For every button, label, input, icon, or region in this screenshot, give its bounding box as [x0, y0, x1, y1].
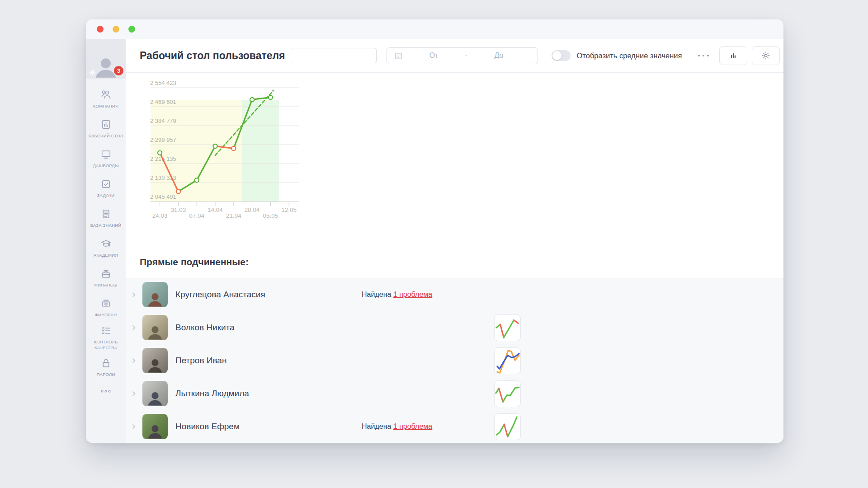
knowledge-base-icon [100, 208, 112, 220]
sidebar-item-1[interactable]: КОМПАНИЯ [86, 84, 126, 114]
svg-text:31.03: 31.03 [171, 206, 186, 213]
user-activity-chart: 2 045 4912 130 3132 215 1352 299 9572 38… [146, 77, 302, 224]
app-window: 3 КОМПАНИЯРАБОЧИЙ СТОЛДАШБОРДЫЗАДАЧИБАЗА… [86, 19, 783, 443]
show-averages-label: Отобразить средние значения [577, 52, 682, 60]
svg-text:2 469 601: 2 469 601 [150, 99, 176, 105]
sidebar-item-label: ДАШБОРДЫ [93, 163, 118, 169]
sidebar-item-4[interactable]: ЗАДАЧИ [86, 174, 126, 203]
sidebar-item-2[interactable]: РАБОЧИЙ СТОЛ [86, 114, 126, 144]
sidebar-item-label: ФИНПЛАН [95, 312, 117, 318]
page-title: Рабочий стол пользователя [140, 50, 285, 62]
sidebar-item-label: ЗАДАЧИ [97, 193, 115, 198]
sidebar-item-label: ФИНАНСЫ [94, 282, 118, 288]
zoom-button[interactable] [128, 26, 135, 33]
subordinate-name: Новиков Ефрем [175, 422, 362, 432]
sidebar-more-button[interactable] [86, 382, 126, 400]
problem-prefix: Найдена [362, 422, 391, 430]
problem-link[interactable]: 1 проблема [393, 422, 432, 430]
subordinates-heading: Прямые подчиненные: [140, 257, 783, 267]
svg-text:14.04: 14.04 [208, 206, 223, 213]
page-header: Рабочий стол пользователя От - До Отобра… [126, 39, 783, 73]
svg-text:2 554 423: 2 554 423 [150, 80, 176, 86]
subordinate-name: Волков Никита [175, 323, 362, 333]
desktop-stats-icon [100, 118, 112, 131]
subordinate-name: Круглецова Анастасия [175, 290, 362, 300]
window-titlebar [86, 19, 783, 39]
sidebar-nav: КОМПАНИЯРАБОЧИЙ СТОЛДАШБОРДЫЗАДАЧИБАЗА З… [86, 79, 126, 382]
subordinates-list: Круглецова АнастасияНайдена 1 проблемаВо… [126, 278, 783, 443]
avatar-settings-gear-icon[interactable] [89, 69, 96, 76]
settings-button[interactable] [752, 46, 780, 65]
subordinate-row[interactable]: Лыткина Людмила [126, 377, 783, 410]
svg-text:2 045 491: 2 045 491 [150, 193, 176, 200]
expand-chevron-icon[interactable] [130, 357, 137, 364]
user-avatar[interactable]: 3 [86, 39, 126, 79]
sidebar-item-label: КОМПАНИЯ [93, 103, 118, 109]
date-to-placeholder[interactable]: До [467, 52, 530, 60]
subordinate-name: Лыткина Людмила [175, 389, 362, 399]
sidebar-item-10[interactable]: ПАРОЛИ [86, 352, 126, 382]
sparkline-chart[interactable] [494, 413, 521, 440]
sidebar-item-label: АКАДЕМИЯ [94, 253, 118, 258]
more-dots-icon [100, 389, 112, 394]
subordinate-avatar [142, 381, 168, 406]
gear-icon [761, 51, 771, 61]
subordinate-row[interactable]: Волков Никита [126, 311, 783, 344]
subordinate-name: Петров Иван [175, 356, 362, 366]
date-from-placeholder[interactable]: От [403, 52, 465, 60]
svg-text:21.04: 21.04 [226, 212, 241, 219]
sidebar-item-label: РАБОЧИЙ СТОЛ [89, 133, 123, 139]
bar-chart-icon [728, 51, 738, 61]
search-input[interactable] [291, 48, 377, 63]
header-more-button[interactable] [696, 53, 711, 58]
close-button[interactable] [97, 26, 104, 33]
calendar-icon [394, 52, 403, 60]
date-range-picker[interactable]: От - До [387, 47, 538, 64]
svg-text:07.04: 07.04 [189, 212, 204, 219]
ellipsis-icon [696, 53, 711, 58]
notification-badge[interactable]: 3 [114, 66, 123, 75]
subordinate-avatar [142, 414, 168, 439]
passwords-icon [100, 357, 112, 369]
sidebar-item-3[interactable]: ДАШБОРДЫ [86, 144, 126, 174]
subordinate-row[interactable]: Новиков ЕфремНайдена 1 проблема [126, 410, 783, 443]
sidebar-item-8[interactable]: ФИНПЛАН [86, 293, 126, 323]
sidebar-item-label: ПАРОЛИ [97, 372, 115, 377]
subordinate-avatar [142, 315, 168, 340]
company-icon [100, 89, 112, 101]
sidebar-item-label: КОНТРОЛЬ КАЧЕСТВА [88, 339, 124, 351]
svg-text:28.04: 28.04 [245, 206, 260, 213]
sidebar-item-5[interactable]: БАЗА ЗНАНИЙ [86, 203, 126, 233]
problem-prefix: Найдена [362, 291, 391, 298]
problem-link[interactable]: 1 проблема [393, 291, 432, 298]
finplan-icon [100, 297, 112, 310]
svg-text:05.05: 05.05 [263, 212, 278, 219]
svg-text:12.05: 12.05 [281, 206, 297, 213]
svg-text:2 299 957: 2 299 957 [150, 136, 176, 143]
minimize-button[interactable] [113, 26, 119, 33]
subordinate-row[interactable]: Петров Иван [126, 344, 783, 377]
svg-text:24.03: 24.03 [152, 212, 168, 219]
sparkline-chart[interactable] [494, 314, 521, 341]
expand-chevron-icon[interactable] [130, 324, 137, 331]
expand-chevron-icon[interactable] [130, 390, 137, 397]
sidebar-item-9[interactable]: КОНТРОЛЬ КАЧЕСТВА [86, 323, 126, 352]
show-averages-toggle[interactable] [552, 50, 571, 61]
academy-icon [100, 238, 112, 250]
sparkline-chart[interactable] [494, 380, 521, 407]
expand-chevron-icon[interactable] [130, 423, 137, 430]
quality-control-icon [100, 324, 112, 337]
subordinate-row[interactable]: Круглецова АнастасияНайдена 1 проблема [126, 278, 783, 311]
expand-chevron-icon[interactable] [130, 291, 137, 298]
sparkline-chart[interactable] [494, 347, 521, 374]
finances-icon [100, 267, 112, 280]
subordinate-avatar [142, 282, 168, 307]
sidebar-item-label: БАЗА ЗНАНИЙ [90, 223, 122, 228]
svg-text:2 384 779: 2 384 779 [150, 117, 176, 124]
chart-view-button[interactable] [719, 46, 747, 65]
sidebar-item-6[interactable]: АКАДЕМИЯ [86, 233, 126, 263]
subordinate-avatar [142, 348, 168, 373]
dashboards-icon [100, 148, 112, 160]
sidebar: 3 КОМПАНИЯРАБОЧИЙ СТОЛДАШБОРДЫЗАДАЧИБАЗА… [86, 39, 126, 443]
sidebar-item-7[interactable]: ФИНАНСЫ [86, 263, 126, 293]
